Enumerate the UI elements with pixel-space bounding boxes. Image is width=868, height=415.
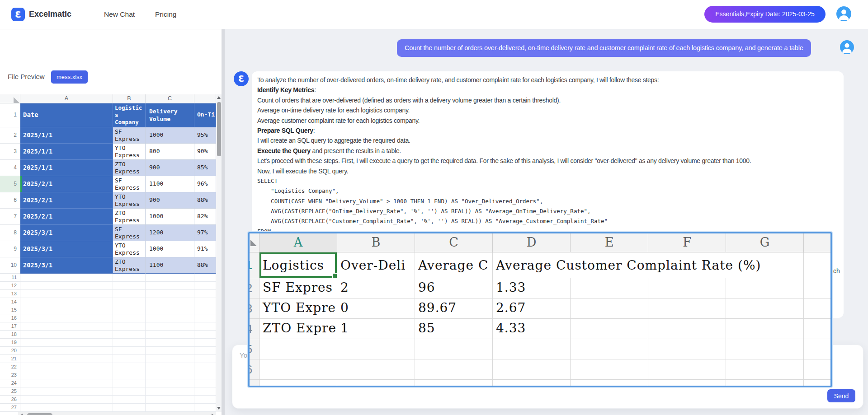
row-number[interactable]: 19: [0, 339, 20, 347]
row-number[interactable]: 27: [0, 404, 20, 412]
sheet-cell[interactable]: 95%: [194, 127, 216, 144]
sheet-cell[interactable]: ZTO Express: [113, 257, 146, 274]
sheet-cell[interactable]: 1200: [146, 225, 194, 241]
sheet-cell[interactable]: [20, 331, 113, 339]
sheet-cell[interactable]: [194, 347, 216, 355]
sheet-cell[interactable]: [113, 314, 146, 322]
row-number[interactable]: 3: [0, 144, 20, 160]
sheet-cell[interactable]: [146, 331, 194, 339]
sheet-cell[interactable]: 91%: [194, 241, 216, 257]
sheet-cell[interactable]: YTO Express: [113, 241, 146, 257]
sheet-cell[interactable]: 1000: [146, 241, 194, 257]
sheet-cell[interactable]: [113, 396, 146, 404]
sheet-cell[interactable]: [194, 396, 216, 404]
sheet-cell[interactable]: 900: [146, 192, 194, 209]
sheet-cell[interactable]: [113, 274, 146, 282]
sheet-cell[interactable]: [146, 347, 194, 355]
sheet-cell[interactable]: [113, 282, 146, 290]
row-number[interactable]: 9: [0, 241, 20, 257]
sheet-cell[interactable]: [194, 306, 216, 314]
user-avatar-icon[interactable]: [836, 6, 851, 21]
sheet-cell[interactable]: Date: [20, 103, 113, 127]
select-all-corner[interactable]: [0, 94, 20, 103]
row-number[interactable]: 2: [0, 127, 20, 144]
sheet-cell[interactable]: [20, 306, 113, 314]
sheet-cell[interactable]: [194, 322, 216, 331]
sheet-cell[interactable]: 2025/1/1: [20, 160, 113, 176]
row-number[interactable]: 23: [0, 371, 20, 379]
row-number[interactable]: 12: [0, 282, 20, 290]
row-number[interactable]: 26: [0, 396, 20, 404]
sheet-cell[interactable]: ZTO Express: [113, 209, 146, 225]
row-number[interactable]: 22: [0, 363, 20, 371]
sheet-cell[interactable]: [146, 274, 194, 282]
sheet-cell[interactable]: 1100: [146, 257, 194, 274]
sheet-cell[interactable]: YTO Express: [113, 192, 146, 209]
sheet-cell[interactable]: [20, 274, 113, 282]
sheet-cell[interactable]: [194, 314, 216, 322]
sheet-cell[interactable]: 2025/1/1: [20, 144, 113, 160]
sheet-cell[interactable]: [113, 355, 146, 363]
sheet-cell[interactable]: 1100: [146, 176, 194, 192]
sheet-cell[interactable]: [113, 371, 146, 379]
sheet-cell[interactable]: SF Express: [113, 176, 146, 192]
sheet-cell[interactable]: 96%: [194, 176, 216, 192]
sheet-cell[interactable]: [146, 339, 194, 347]
row-number[interactable]: 10: [0, 257, 20, 274]
sheet-cell[interactable]: [20, 387, 113, 396]
sheet-cell[interactable]: [20, 396, 113, 404]
sheet-cell[interactable]: ZTO Express: [113, 160, 146, 176]
row-number[interactable]: 13: [0, 290, 20, 298]
vertical-scroll-thumb[interactable]: [217, 102, 221, 156]
sheet-cell[interactable]: [194, 387, 216, 396]
sheet-cell[interactable]: [20, 363, 113, 371]
sheet-cell[interactable]: [146, 290, 194, 298]
sheet-cell[interactable]: [194, 274, 216, 282]
row-number[interactable]: 5: [0, 176, 20, 192]
sheet-cell[interactable]: 2025/2/1: [20, 209, 113, 225]
sheet-cell[interactable]: 800: [146, 144, 194, 160]
sheet-cell[interactable]: [20, 290, 113, 298]
row-number[interactable]: 24: [0, 379, 20, 387]
sheet-cell[interactable]: 900: [146, 160, 194, 176]
row-number[interactable]: 21: [0, 355, 20, 363]
sheet-cell[interactable]: 1000: [146, 127, 194, 144]
column-header-C[interactable]: C: [146, 94, 194, 103]
sheet-cell[interactable]: [20, 282, 113, 290]
row-number[interactable]: 18: [0, 331, 20, 339]
sheet-cell[interactable]: [146, 298, 194, 306]
scroll-up-icon[interactable]: [217, 96, 221, 99]
sheet-cell[interactable]: [146, 306, 194, 314]
vertical-scrollbar[interactable]: [216, 94, 222, 412]
column-header-B[interactable]: B: [113, 94, 146, 103]
row-number[interactable]: 7: [0, 209, 20, 225]
sheet-cell[interactable]: [113, 347, 146, 355]
row-number[interactable]: 4: [0, 160, 20, 176]
sheet-cell[interactable]: 2025/3/1: [20, 257, 113, 274]
sheet-cell[interactable]: 1000: [146, 209, 194, 225]
sheet-cell[interactable]: [146, 387, 194, 396]
sheet-cell[interactable]: [113, 331, 146, 339]
sheet-cell[interactable]: [146, 371, 194, 379]
sheet-cell[interactable]: [20, 347, 113, 355]
row-number[interactable]: 20: [0, 347, 20, 355]
sheet-cell[interactable]: [113, 379, 146, 387]
horizontal-scroll-thumb[interactable]: [27, 413, 52, 415]
sheet-cell[interactable]: [146, 355, 194, 363]
sheet-cell[interactable]: [146, 314, 194, 322]
sheet-cell[interactable]: [146, 396, 194, 404]
sheet-cell[interactable]: [113, 290, 146, 298]
sheet-cell[interactable]: [20, 404, 113, 412]
scroll-down-icon[interactable]: [217, 407, 221, 410]
sheet-cell[interactable]: [20, 339, 113, 347]
sheet-cell[interactable]: 82%: [194, 209, 216, 225]
sheet-cell[interactable]: 2025/3/1: [20, 225, 113, 241]
sheet-cell[interactable]: [194, 355, 216, 363]
sheet-cell[interactable]: [20, 314, 113, 322]
sheet-cell[interactable]: [194, 331, 216, 339]
sheet-cell[interactable]: Delivery Volume: [146, 103, 194, 127]
sheet-cell[interactable]: [194, 379, 216, 387]
column-header-A[interactable]: A: [20, 94, 113, 103]
row-number[interactable]: 11: [0, 274, 20, 282]
sheet-cell[interactable]: [194, 298, 216, 306]
